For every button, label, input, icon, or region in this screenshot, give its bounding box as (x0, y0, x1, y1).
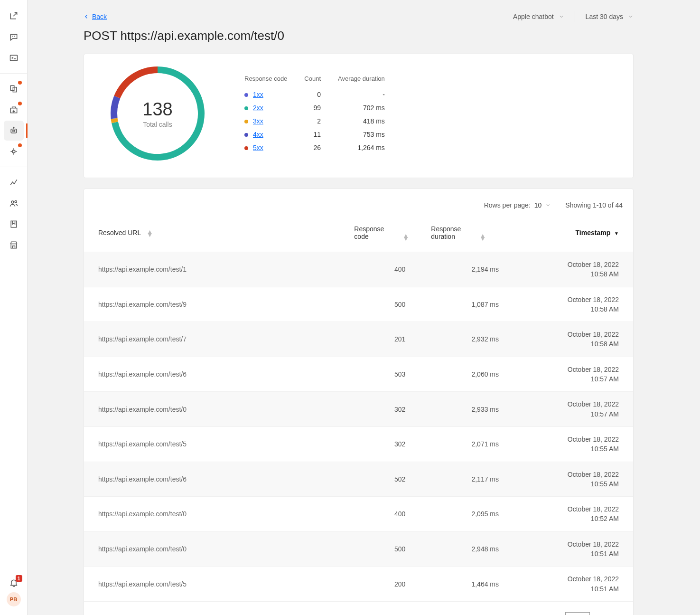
svg-rect-1 (10, 85, 14, 90)
nav-icon-users[interactable] (4, 193, 24, 213)
user-avatar[interactable]: PB (7, 592, 21, 606)
column-header-timestamp[interactable]: Timestamp ▼ (518, 218, 633, 252)
cell-timestamp: October 18, 202210:55 AM (518, 426, 633, 462)
svg-rect-8 (12, 151, 15, 153)
column-header-duration[interactable]: Response duration ▲▼ (424, 218, 518, 252)
table-row[interactable]: https://api.example.com/test/65022,117 m… (84, 462, 633, 497)
cell-url: https://api.example.com/test/6 (84, 357, 347, 392)
cell-timestamp: October 18, 202210:51 AM (518, 531, 633, 567)
legend-header-count: Count (296, 73, 329, 88)
cell-url: https://api.example.com/test/6 (84, 462, 347, 497)
nav-icon-docs[interactable] (4, 79, 24, 99)
legend-dot (244, 120, 248, 123)
svg-point-10 (15, 201, 17, 203)
cell-url: https://api.example.com/test/0 (84, 531, 347, 567)
legend-count: 26 (296, 141, 329, 154)
notifications-bell-icon[interactable]: 1 (9, 578, 19, 587)
cell-timestamp: October 18, 202210:55 AM (518, 462, 633, 497)
legend-duration: 753 ms (329, 128, 393, 141)
table-row[interactable]: https://api.example.com/test/03022,933 m… (84, 392, 633, 427)
project-selector[interactable]: Apple chatbot (513, 13, 564, 20)
chevron-down-icon (559, 14, 564, 19)
svg-point-6 (14, 131, 15, 132)
table-row[interactable]: https://api.example.com/test/65032,060 m… (84, 357, 633, 392)
rows-per-page-value: 10 (534, 201, 542, 209)
legend-link-3xx[interactable]: 3xx (253, 117, 263, 125)
legend-dot (244, 146, 248, 150)
cell-duration: 1,087 ms (424, 287, 518, 322)
nav-icon-crosshair[interactable] (4, 142, 24, 161)
cell-code: 302 (347, 392, 424, 427)
nav-icon-terminal[interactable] (4, 48, 24, 68)
chevron-down-icon (545, 202, 551, 208)
total-calls-label: Total calls (143, 121, 172, 128)
page-number-input[interactable] (565, 612, 590, 615)
nav-icon-analytics[interactable] (4, 172, 24, 192)
cell-timestamp: October 18, 202210:58 AM (518, 322, 633, 357)
nav-icon-store[interactable] (4, 235, 24, 255)
legend-duration: - (329, 88, 393, 101)
legend-dot (244, 93, 248, 97)
cell-duration: 2,933 ms (424, 392, 518, 427)
table-row[interactable]: https://api.example.com/test/72012,932 m… (84, 322, 633, 357)
showing-text: Showing 1-10 of 44 (565, 201, 623, 209)
cell-url: https://api.example.com/test/5 (84, 567, 347, 602)
topbar: Back Apple chatbot Last 30 days (84, 11, 634, 22)
cell-timestamp: October 18, 202210:58 AM (518, 287, 633, 322)
column-header-url[interactable]: Resolved URL ▲▼ (84, 218, 347, 252)
main-content: Back Apple chatbot Last 30 days POST htt… (28, 0, 700, 615)
svg-point-5 (12, 131, 13, 132)
table-row[interactable]: https://api.example.com/test/14002,194 m… (84, 252, 633, 287)
table-row[interactable]: https://api.example.com/test/52001,464 m… (84, 567, 633, 602)
cell-code: 200 (347, 567, 424, 602)
cell-duration: 2,948 ms (424, 531, 518, 567)
date-range-selector[interactable]: Last 30 days (586, 13, 634, 20)
back-link[interactable]: Back (84, 13, 107, 20)
legend-dot (244, 133, 248, 137)
calls-table-card: Rows per page: 10 Showing 1-10 of 44 Res… (84, 189, 634, 615)
cell-duration: 2,117 ms (424, 462, 518, 497)
project-selector-value: Apple chatbot (513, 13, 554, 20)
legend-duration: 418 ms (329, 114, 393, 128)
left-sidebar: 1 PB (0, 0, 28, 615)
table-row[interactable]: https://api.example.com/test/53022,071 m… (84, 426, 633, 462)
cell-url: https://api.example.com/test/0 (84, 497, 347, 532)
svg-point-7 (13, 127, 14, 128)
cell-timestamp: October 18, 202210:52 AM (518, 497, 633, 532)
legend-link-4xx[interactable]: 4xx (253, 131, 263, 138)
legend-row: 2xx99702 ms (236, 101, 393, 114)
page-title: POST https://api.example.com/test/0 (84, 28, 634, 43)
column-header-code[interactable]: Response code ▲▼ (347, 218, 424, 252)
legend-link-5xx[interactable]: 5xx (253, 144, 263, 151)
cell-code: 503 (347, 357, 424, 392)
cell-duration: 2,932 ms (424, 322, 518, 357)
date-range-value: Last 30 days (586, 13, 623, 20)
legend-count: 2 (296, 114, 329, 128)
cell-url: https://api.example.com/test/0 (84, 392, 347, 427)
table-row[interactable]: https://api.example.com/test/05002,948 m… (84, 531, 633, 567)
sort-icon: ▲▼ (402, 234, 409, 240)
cell-duration: 2,060 ms (424, 357, 518, 392)
rows-per-page-selector-top[interactable]: Rows per page: 10 (484, 201, 551, 209)
legend-header-duration: Average duration (329, 73, 393, 88)
svg-rect-0 (10, 55, 17, 61)
svg-rect-11 (11, 221, 17, 227)
nav-icon-chat[interactable] (4, 27, 24, 47)
legend-duration: 702 ms (329, 101, 393, 114)
cell-url: https://api.example.com/test/1 (84, 252, 347, 287)
table-row[interactable]: https://api.example.com/test/95001,087 m… (84, 287, 633, 322)
nav-icon-import[interactable] (4, 100, 24, 120)
legend-row: 1xx0- (236, 88, 393, 101)
separator (575, 11, 575, 22)
sort-icon: ▲▼ (147, 230, 153, 236)
table-row[interactable]: https://api.example.com/test/04002,095 m… (84, 497, 633, 532)
legend-link-2xx[interactable]: 2xx (253, 104, 263, 112)
nav-icon-export[interactable] (4, 6, 24, 26)
legend-count: 0 (296, 88, 329, 101)
nav-icon-bot[interactable] (4, 121, 24, 141)
cell-code: 500 (347, 531, 424, 567)
legend-count: 11 (296, 128, 329, 141)
nav-icon-bookmark[interactable] (4, 214, 24, 234)
legend-link-1xx[interactable]: 1xx (253, 91, 263, 98)
cell-timestamp: October 18, 202210:58 AM (518, 252, 633, 287)
